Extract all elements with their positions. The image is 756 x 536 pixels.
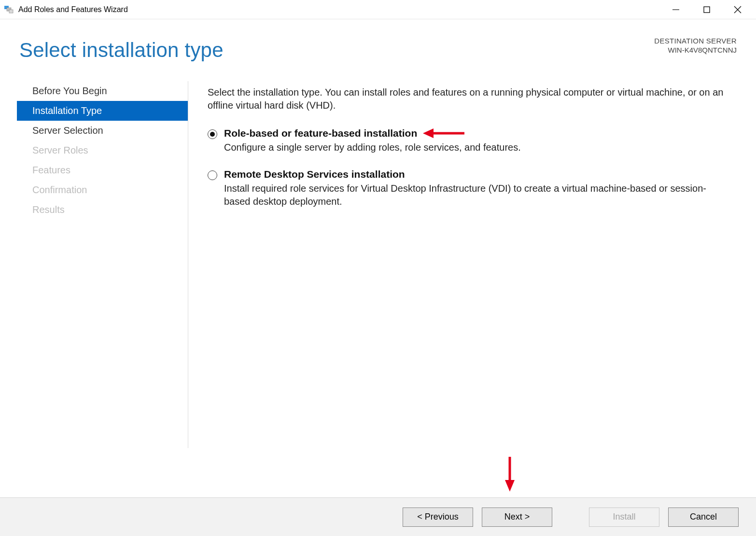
window-title: Add Roles and Features Wizard: [18, 5, 128, 14]
cancel-button[interactable]: Cancel: [668, 508, 739, 527]
app-icon: [4, 5, 14, 14]
svg-rect-2: [9, 10, 13, 13]
install-button: Install: [589, 508, 659, 527]
sidebar-item-confirmation: Confirmation: [17, 180, 188, 200]
sidebar-item-server-selection[interactable]: Server Selection: [17, 121, 188, 141]
destination-server-info: DESTINATION SERVER WIN-K4V8QNTCNNJ: [654, 37, 737, 54]
intro-text: Select the installation type. You can in…: [208, 86, 732, 112]
sidebar-item-results: Results: [17, 200, 188, 220]
radio-icon[interactable]: [208, 170, 217, 180]
destination-server-label: DESTINATION SERVER: [654, 37, 737, 45]
minimize-button[interactable]: [667, 6, 685, 13]
wizard-footer: < Previous Next > Install Cancel: [0, 497, 756, 536]
next-button[interactable]: Next >: [482, 508, 552, 527]
wizard-body: Before You Begin Installation Type Serve…: [0, 76, 756, 497]
window-controls: [667, 6, 756, 14]
sidebar-item-installation-type[interactable]: Installation Type: [17, 101, 188, 121]
option-title: Remote Desktop Services installation: [224, 169, 732, 180]
option-remote-desktop[interactable]: Remote Desktop Services installation Ins…: [208, 169, 732, 208]
radio-icon[interactable]: [208, 129, 217, 139]
window-titlebar: Add Roles and Features Wizard: [0, 0, 756, 19]
close-button[interactable]: [729, 6, 746, 14]
sidebar-item-before-you-begin[interactable]: Before You Begin: [17, 81, 188, 101]
option-title: Role-based or feature-based installation: [224, 127, 521, 139]
previous-button[interactable]: < Previous: [403, 508, 473, 527]
option-description: Configure a single server by adding role…: [224, 141, 521, 154]
maximize-button[interactable]: [698, 6, 715, 13]
destination-server-name: WIN-K4V8QNTCNNJ: [654, 46, 737, 54]
wizard-header: Select installation type DESTINATION SER…: [0, 19, 756, 76]
wizard-steps-sidebar: Before You Begin Installation Type Serve…: [0, 81, 188, 448]
wizard-content: Select the installation type. You can in…: [188, 81, 756, 497]
sidebar-item-features: Features: [17, 160, 188, 180]
sidebar-item-server-roles: Server Roles: [17, 141, 188, 160]
option-description: Install required role services for Virtu…: [224, 182, 732, 208]
page-title: Select installation type: [19, 39, 737, 62]
svg-rect-4: [704, 7, 710, 13]
option-role-based[interactable]: Role-based or feature-based installation…: [208, 127, 732, 154]
